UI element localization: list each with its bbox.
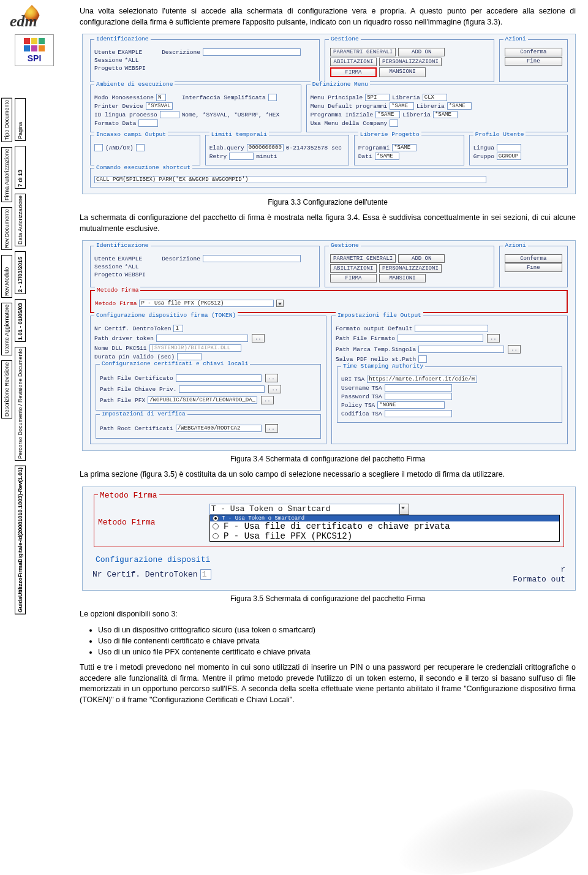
- inp[interactable]: [497, 144, 521, 151]
- azioni-button[interactable]: Conferma: [505, 48, 562, 56]
- azioni-button[interactable]: Fine: [505, 57, 562, 66]
- inp[interactable]: /WEBGATE400/ROOTCA2: [176, 425, 262, 432]
- gestione-button[interactable]: PERSONALIZZAZIONI: [379, 264, 442, 273]
- gestione-button[interactable]: PERSONALIZZAZIONI: [379, 58, 442, 66]
- gestione-button[interactable]: ADD ON: [398, 48, 445, 56]
- paragraph-5: Tutti e tre i metodi prevedono nel momen…: [80, 662, 576, 705]
- lbl: 0-2147352578 sec: [286, 145, 342, 151]
- inp[interactable]: GGROUP: [497, 153, 521, 160]
- inp[interactable]: *NONE: [377, 401, 445, 409]
- fs-azioni-legend: Azioni: [503, 36, 528, 42]
- gestione-button[interactable]: FIRMA: [330, 67, 377, 77]
- comando-input[interactable]: CALL PGM(SPILIBEX) PARM('EX &WGCMD &WGCO…: [94, 176, 486, 183]
- lbl: Metodo Firma: [98, 518, 156, 527]
- paragraph-2: La schermata di configurazione del pacch…: [80, 213, 576, 234]
- inp[interactable]: [136, 144, 145, 151]
- browse-button[interactable]: ..: [265, 374, 278, 382]
- figure-3-4-caption: Figura 3.4 Schermata di configurazione d…: [80, 455, 576, 463]
- fs-incasso-legend: Incasso campi Output: [94, 131, 168, 138]
- descrizione-input[interactable]: [203, 48, 301, 56]
- metodo-select[interactable]: P - Usa file PFX (PKCS12): [139, 300, 274, 307]
- inp[interactable]: CLX: [423, 94, 447, 101]
- metadata-cell: Utente Aggiornatore: [1, 303, 12, 355]
- inp[interactable]: [385, 384, 452, 392]
- inp[interactable]: 0000000000: [247, 144, 284, 151]
- dropdown-option[interactable]: P - Usa file PFX (PKCS12): [210, 531, 559, 541]
- fs-metodo-legend: Metodo Firma: [98, 491, 159, 500]
- inp[interactable]: [385, 410, 452, 417]
- figure-3-5-caption: Figura 3.5 Schermata di configurazione d…: [80, 594, 576, 603]
- inp[interactable]: [160, 111, 179, 118]
- gestione-button[interactable]: PARAMETRI GENERALI: [330, 254, 396, 263]
- browse-button[interactable]: ..: [487, 334, 500, 343]
- fs-gestione-legend: Gestione: [329, 242, 361, 249]
- inp[interactable]: *SAME: [433, 111, 458, 118]
- inp[interactable]: *SAME: [390, 102, 414, 110]
- inp[interactable]: /WGPUBLIC/SIGN/CERT/LEONARDO_DA_: [148, 396, 257, 404]
- azioni-button[interactable]: Conferma: [505, 254, 562, 263]
- dropdown-icon[interactable]: [399, 504, 409, 515]
- inp[interactable]: [268, 94, 277, 101]
- inp[interactable]: [203, 255, 301, 262]
- inp[interactable]: [229, 153, 254, 160]
- lbl: Usa Menu della Company: [311, 120, 387, 127]
- inp[interactable]: [138, 119, 158, 127]
- lbl: Menu Principale: [311, 94, 363, 101]
- inp[interactable]: [179, 385, 265, 393]
- inp[interactable]: [418, 346, 504, 353]
- lbl: Programmi: [358, 145, 390, 151]
- gestione-button[interactable]: PARAMETRI GENERALI: [330, 48, 396, 56]
- inp[interactable]: https://marte.infocert.it/cdie/H: [367, 376, 477, 383]
- inp[interactable]: 1: [200, 569, 211, 580]
- lbl: Utente: [94, 256, 115, 262]
- figure-3-4-screenshot: Identificazione UtenteEXAMPLE Descrizion…: [82, 240, 576, 451]
- lbl: Interfaccia Semplificata: [182, 94, 266, 101]
- inp[interactable]: (SYSTEMDIR)/BIT4IPKI.DLL: [149, 344, 241, 352]
- fs-cfgcert-legend: Configurazione certificati e chiavi loca…: [100, 360, 250, 367]
- inp[interactable]: N: [156, 94, 166, 101]
- inp[interactable]: [385, 393, 452, 400]
- dropdown-option[interactable]: F - Usa file di certificato e chiave pri…: [210, 521, 559, 531]
- gestione-button[interactable]: ABILITAZIONI: [330, 58, 377, 66]
- dropdown-option[interactable]: T - Usa Token o Smartcard: [210, 515, 559, 521]
- lbl: Lingua: [473, 145, 494, 151]
- inp[interactable]: *SAME: [375, 111, 400, 118]
- metodo-select[interactable]: T - Usa Token o Smartcard: [209, 504, 399, 515]
- inp[interactable]: [156, 335, 248, 342]
- dropdown-icon[interactable]: [276, 300, 284, 307]
- lbl: Sessione: [94, 263, 123, 270]
- metadata-cell: Firma Autorizzazione: [1, 147, 12, 202]
- inp[interactable]: *SYSVAL: [146, 102, 173, 110]
- inp[interactable]: 1: [173, 325, 183, 332]
- inp[interactable]: *SAME: [447, 102, 472, 110]
- options-list: Uso di un dispositivo crittografico sicu…: [98, 626, 576, 656]
- browse-button[interactable]: ..: [265, 424, 278, 433]
- inp[interactable]: *SAME: [375, 153, 399, 160]
- inp[interactable]: [418, 355, 427, 363]
- inp[interactable]: [177, 353, 202, 360]
- azioni-button[interactable]: Fine: [505, 263, 562, 272]
- gestione-button[interactable]: MANSIONI: [379, 67, 426, 77]
- inp[interactable]: SPI: [365, 94, 390, 101]
- lbl: minuti: [256, 153, 277, 160]
- gestione-button[interactable]: ADD ON: [398, 254, 445, 263]
- inp[interactable]: [415, 325, 488, 332]
- inp[interactable]: [176, 374, 262, 382]
- browse-button[interactable]: ..: [508, 345, 521, 354]
- inp[interactable]: *SAME: [392, 144, 417, 151]
- gestione-button[interactable]: ABILITAZIONI: [330, 264, 377, 273]
- fs-impout-legend: Impostazioni file Output: [336, 312, 423, 319]
- inp[interactable]: [94, 144, 103, 151]
- browse-button[interactable]: ..: [261, 396, 274, 404]
- val: *ALL: [125, 57, 139, 64]
- gestione-button[interactable]: MANSIONI: [379, 274, 426, 282]
- inp[interactable]: [390, 119, 398, 127]
- gestione-button[interactable]: FIRMA: [330, 274, 377, 282]
- logo-block: edm SPI: [0, 2, 74, 74]
- metodo-dropdown-list[interactable]: T - Usa Token o Smartcard F - Usa file d…: [209, 515, 560, 542]
- inp[interactable]: [398, 335, 483, 342]
- browse-button[interactable]: ..: [268, 385, 281, 393]
- lbl: Path Root Certificati: [100, 425, 173, 432]
- fs-comando-legend: Comando esecuzione shortcut: [94, 164, 192, 171]
- browse-button[interactable]: ..: [252, 334, 265, 343]
